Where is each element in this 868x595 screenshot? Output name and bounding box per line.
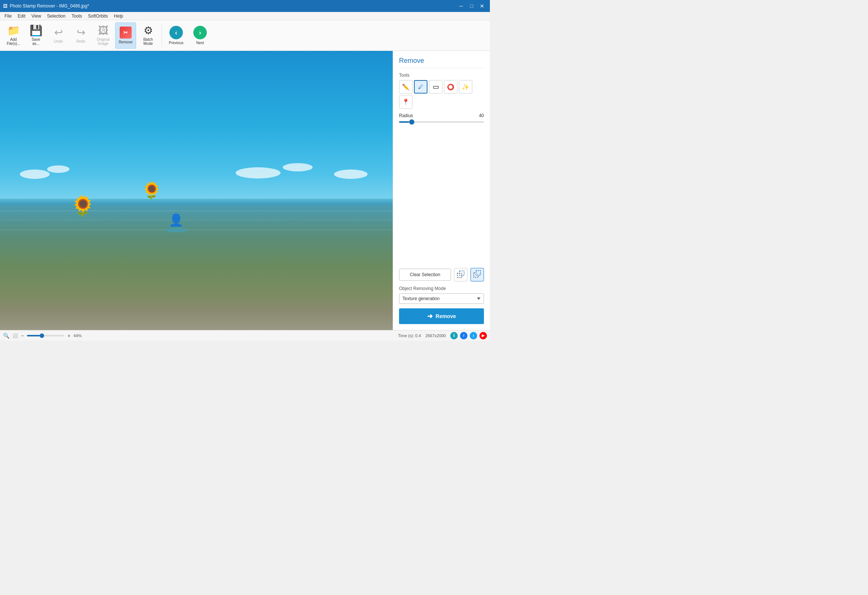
save-as-button[interactable]: 💾 Save as...	[25, 22, 46, 49]
rectangle-tool-button[interactable]: ▭	[429, 80, 442, 94]
svg-rect-3	[476, 271, 481, 275]
object-removing-section: Object Removing Mode Texture generation …	[399, 286, 484, 304]
remove-arrow-icon: ➜	[427, 312, 433, 320]
main-layout: 🌻 🌻 👤 Remove Tools ✏️	[0, 51, 490, 330]
next-button[interactable]: › Next	[189, 22, 211, 49]
menu-edit[interactable]: Edit	[15, 13, 28, 19]
info-icon[interactable]: ℹ	[450, 332, 458, 339]
stamp-tool-button[interactable]: 📍	[399, 95, 412, 109]
batch-mode-button[interactable]: ⚙ Batch Mode	[138, 22, 159, 49]
lasso-icon: ⭕	[447, 83, 454, 91]
menu-view[interactable]: View	[28, 13, 44, 19]
add-selection-button[interactable]	[454, 268, 467, 281]
save-as-label: Save as...	[32, 37, 40, 46]
previous-button[interactable]: ‹ Previous	[165, 22, 187, 49]
add-files-button[interactable]: 📁 Add File(s)...	[3, 22, 24, 49]
title-bar-controls[interactable]: ─ □ ✕	[456, 1, 487, 11]
menu-selection[interactable]: Selection	[44, 13, 68, 19]
zoom-level: 44%	[73, 333, 82, 338]
clear-selection-row: Clear Selection	[399, 268, 484, 281]
original-image-button[interactable]: 🖼 Original Image	[93, 22, 114, 49]
menu-help[interactable]: Help	[111, 13, 126, 19]
smiley-2: 🌻	[141, 182, 162, 199]
right-panel: Remove Tools ✏️ 🖊 ▭ ⭕	[393, 51, 490, 330]
cloud-5	[334, 170, 368, 179]
next-icon: ›	[193, 26, 207, 39]
person-paddleboard: 👤	[165, 213, 187, 232]
close-button[interactable]: ✕	[477, 1, 487, 11]
zoom-slider-thumb[interactable]	[40, 333, 44, 338]
save-as-icon: 💾	[30, 25, 43, 36]
original-image-label: Original Image	[97, 37, 110, 46]
object-removing-label: Object Removing Mode	[399, 286, 484, 291]
zoom-out-button[interactable]: −	[21, 333, 24, 339]
wave-2	[0, 220, 393, 220]
undo-label: Undo	[54, 39, 63, 43]
smiley-1: 🌻	[71, 196, 95, 216]
pencil-tool-button[interactable]: ✏️	[399, 80, 412, 94]
radius-section: Radius 40	[399, 113, 484, 126]
menu-tools[interactable]: Tools	[68, 13, 85, 19]
zoom-in-button[interactable]: +	[67, 333, 70, 339]
batch-mode-icon: ⚙	[144, 25, 153, 36]
radius-slider-container[interactable]	[399, 118, 484, 126]
sea	[0, 204, 393, 330]
eraser-icon: 🖊	[418, 84, 423, 90]
radius-slider-thumb[interactable]	[409, 119, 414, 125]
menu-bar: File Edit View Selection Tools SoftOrbit…	[0, 12, 490, 20]
toolbar-separator	[162, 24, 162, 47]
canvas-area[interactable]: 🌻 🌻 👤	[0, 51, 393, 330]
subtract-selection-icon	[473, 270, 481, 280]
zoom-slider[interactable]	[27, 335, 64, 336]
remove-toolbar-button[interactable]: ✂ Remove	[115, 22, 136, 49]
title-bar: 🖼 Photo Stamp Remover - IMG_0486.jpg* ─ …	[0, 0, 490, 12]
radius-label: Radius	[399, 113, 413, 118]
tools-label: Tools	[399, 73, 484, 78]
remove-button-label: Remove	[436, 313, 456, 319]
panel-spacer	[399, 130, 484, 263]
undo-icon: ↩	[54, 27, 63, 38]
toolbar: 📁 Add File(s)... 💾 Save as... ↩ Undo ↪ R…	[0, 20, 490, 51]
minimize-button[interactable]: ─	[456, 1, 466, 11]
cloud-1	[20, 170, 50, 179]
menu-softorbits[interactable]: SoftOrbits	[85, 13, 111, 19]
subtract-selection-button[interactable]	[470, 268, 484, 281]
redo-button[interactable]: ↪ Redo	[70, 22, 91, 49]
radius-slider-fill	[399, 121, 409, 123]
redo-icon: ↪	[77, 27, 85, 38]
status-left: 🔍 ⬜ − + 44%	[3, 333, 82, 339]
restore-button[interactable]: □	[467, 1, 476, 11]
social-icons: ℹ f t ▶	[450, 332, 487, 339]
previous-label: Previous	[169, 41, 184, 45]
title-bar-left: 🖼 Photo Stamp Remover - IMG_0486.jpg*	[3, 3, 89, 9]
window-title: Photo Stamp Remover - IMG_0486.jpg*	[10, 3, 89, 9]
previous-icon: ‹	[169, 26, 183, 39]
add-files-label: Add File(s)...	[7, 37, 20, 46]
facebook-icon[interactable]: f	[460, 332, 467, 339]
clear-selection-button[interactable]: Clear Selection	[399, 269, 451, 281]
panel-title: Remove	[399, 57, 484, 68]
youtube-icon[interactable]: ▶	[479, 332, 487, 339]
magic-wand-button[interactable]: ✨	[459, 80, 472, 94]
radius-row: Radius 40	[399, 113, 484, 118]
zoom-rect-icon: ⬜	[12, 333, 18, 338]
zoom-fit-icon: 🔍	[3, 333, 9, 339]
texture-generation-dropdown[interactable]: Texture generation Content-aware fill Sm…	[399, 293, 484, 304]
menu-file[interactable]: File	[1, 13, 15, 19]
tools-row: ✏️ 🖊 ▭ ⭕ ✨ 📍	[399, 80, 484, 109]
wave-3	[0, 229, 393, 230]
wave-1	[0, 211, 393, 211]
radius-slider-track	[399, 121, 484, 123]
cloud-4	[283, 163, 313, 171]
app-icon: 🖼	[3, 3, 7, 9]
magic-wand-icon: ✨	[462, 83, 469, 91]
remove-button[interactable]: ➜ Remove	[399, 308, 484, 324]
twitter-icon[interactable]: t	[470, 332, 477, 339]
clouds	[0, 157, 393, 199]
ocean-scene: 🌻 🌻 👤	[0, 51, 393, 330]
undo-button[interactable]: ↩ Undo	[48, 22, 69, 49]
add-files-icon: 📁	[7, 25, 20, 36]
lasso-tool-button[interactable]: ⭕	[444, 80, 457, 94]
remove-toolbar-label: Remove	[119, 40, 132, 44]
eraser-tool-button[interactable]: 🖊	[414, 80, 427, 94]
